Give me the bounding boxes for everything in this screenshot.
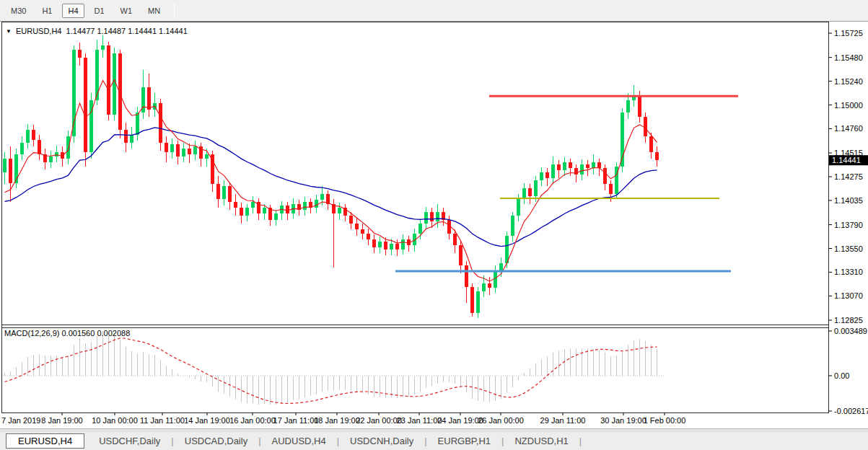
candle-body <box>551 164 555 178</box>
candle-body <box>38 140 41 155</box>
candle-body <box>251 202 255 208</box>
candle-body <box>626 100 630 113</box>
tab-usdchf-daily[interactable]: USDCHF,Daily <box>89 434 170 448</box>
candle-body <box>367 234 370 239</box>
chart-canvas[interactable]: 1.157251.154801.152401.150001.147601.145… <box>0 22 868 428</box>
time-tick-label: 1 Feb 00:00 <box>644 416 686 425</box>
candle-body <box>372 239 376 247</box>
candle-body <box>499 263 503 271</box>
candle-body <box>216 184 220 199</box>
tab-usdcad-daily[interactable]: USDCAD,Daily <box>175 434 258 448</box>
price-tick-label: 1.13550 <box>834 244 863 253</box>
candle-body <box>603 168 607 184</box>
candle-body <box>378 242 382 247</box>
macd-tick-label: -0.002617 <box>834 407 868 415</box>
candle-body <box>49 156 53 162</box>
timeframe-m30[interactable]: M30 <box>5 4 32 18</box>
candle-body <box>557 164 561 170</box>
price-tick-label: 1.14275 <box>834 172 863 181</box>
candle-body <box>424 212 428 224</box>
candle-body <box>465 265 468 287</box>
candle-body <box>9 159 12 183</box>
candle-body <box>597 162 601 168</box>
tab-eurgbp-h1[interactable]: EURGBP,H1 <box>428 434 501 448</box>
time-tick-label: 17 Jan 11:00 <box>273 416 319 425</box>
price-tick-label: 1.14035 <box>834 196 863 205</box>
candle-body <box>355 224 359 229</box>
candle-body <box>165 143 168 153</box>
candle-body <box>222 186 226 199</box>
tab-nzdusd-h1[interactable]: NZDUSD,H1 <box>504 434 578 448</box>
price-tick-label: 1.13070 <box>834 291 863 300</box>
timeframe-mn[interactable]: MN <box>142 4 166 18</box>
candle-body <box>3 159 6 172</box>
candle-body <box>274 213 278 219</box>
candle-body <box>315 200 318 208</box>
candle-body <box>234 202 237 208</box>
candle-body <box>147 87 151 110</box>
time-tick-label: 8 Jan 19:00 <box>41 416 83 425</box>
timeframe-w1[interactable]: W1 <box>115 4 139 18</box>
candle-body <box>522 188 526 198</box>
candle-body <box>124 130 128 143</box>
candle-body <box>20 143 24 154</box>
candle-body <box>349 216 353 224</box>
price-tick-label: 1.13310 <box>834 268 863 276</box>
candle-body <box>528 188 532 196</box>
timeframe-h1[interactable]: H1 <box>36 4 58 18</box>
candle-body <box>205 154 209 158</box>
time-tick-label: 24 Jan 19:00 <box>437 416 483 425</box>
candle-body <box>113 53 116 115</box>
chart-window: ▼EURUSD,H4 1.14477 1.14487 1.14441 1.144… <box>0 22 868 428</box>
macd-tick-label: 0.00 <box>834 371 849 380</box>
tab-audusd-h4[interactable]: AUDUSD,H4 <box>262 434 336 448</box>
candle-body <box>384 242 387 250</box>
candle-body <box>655 152 659 160</box>
candle-body <box>101 45 105 49</box>
candle-body <box>453 234 457 245</box>
candle-body <box>649 136 653 152</box>
candle-body <box>303 202 307 210</box>
candle-body <box>26 130 30 143</box>
candle-body <box>170 144 174 152</box>
candle-body <box>130 135 133 143</box>
price-tick-label: 1.15240 <box>834 77 863 86</box>
tab-usdcnh-daily[interactable]: USDCNH,Daily <box>340 434 424 448</box>
candle-body <box>193 146 197 154</box>
candle-body <box>638 95 641 117</box>
tab-separator: | <box>579 436 582 446</box>
candle-body <box>436 212 439 222</box>
chart-tabbar: EURUSD,H4USDCHF,Daily|USDCAD,Daily|AUDUS… <box>0 432 868 450</box>
candle-body <box>32 130 35 140</box>
candle-body <box>66 136 70 158</box>
candle-body <box>494 271 497 288</box>
tab-eurusd-h4[interactable]: EURUSD,H4 <box>6 433 84 449</box>
time-tick-label: 29 Jan 11:00 <box>540 416 586 425</box>
timeframe-d1[interactable]: D1 <box>89 4 110 18</box>
macd-tick-label: 0.003489 <box>834 327 867 335</box>
time-tick-label: 16 Jan 00:00 <box>229 416 276 425</box>
time-tick-label: 18 Jan 19:00 <box>314 416 360 425</box>
candle-body <box>644 117 647 136</box>
candle-body <box>240 208 243 216</box>
candle-body <box>361 229 364 233</box>
time-tick-label: 14 Jan 19:00 <box>184 416 230 425</box>
candle-body <box>459 245 463 265</box>
terminal-window: M30H1H4D1W1MN ▼EURUSD,H4 1.14477 1.14487… <box>0 0 868 450</box>
fast-ma-line <box>5 80 657 281</box>
price-tick-label: 1.15000 <box>834 101 863 110</box>
time-tick-label: 7 Jan 2019 <box>1 416 40 425</box>
candle-body <box>580 164 584 175</box>
candle-body <box>320 194 324 200</box>
timeframe-h4[interactable]: H4 <box>62 4 84 18</box>
candle-body <box>586 164 589 168</box>
time-tick-label: 30 Jan 19:00 <box>600 416 646 425</box>
candle-body <box>476 291 480 313</box>
candle-body <box>534 180 538 196</box>
candle-body <box>245 208 249 216</box>
candle-body <box>470 287 474 313</box>
candle-body <box>55 152 58 156</box>
candle-body <box>78 50 82 58</box>
candle-body <box>136 112 139 134</box>
candle-body <box>228 186 232 202</box>
